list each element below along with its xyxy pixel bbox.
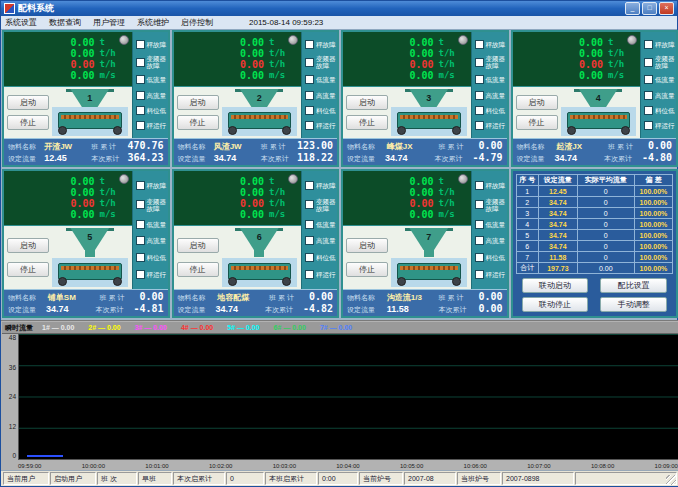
alarm-checkbox[interactable] xyxy=(475,106,484,115)
alarm-checkbox[interactable] xyxy=(136,121,145,130)
alarm-checkbox[interactable] xyxy=(644,91,653,100)
start-button[interactable]: 启动 xyxy=(516,95,558,110)
alarm-label: 料位低 xyxy=(655,107,675,114)
minimize-button[interactable]: _ xyxy=(625,2,640,15)
alarm-checkbox[interactable] xyxy=(136,40,145,49)
menu-item-2[interactable]: 用户管理 xyxy=(93,17,125,28)
alarm-checkbox[interactable] xyxy=(305,220,314,229)
start-button[interactable]: 启动 xyxy=(7,95,49,110)
alarm-checkbox[interactable] xyxy=(475,58,484,67)
display-value: 0.00 xyxy=(240,59,264,70)
menu-item-0[interactable]: 系统设置 xyxy=(5,17,37,28)
close-button[interactable]: × xyxy=(659,2,674,15)
alarm-checkbox[interactable] xyxy=(305,58,314,67)
alarm-checkbox[interactable] xyxy=(136,75,145,84)
menu-item-3[interactable]: 系统维护 xyxy=(137,17,169,28)
alarm-checkbox[interactable] xyxy=(136,200,145,209)
maximize-button[interactable]: □ xyxy=(642,2,657,15)
alarm-checkbox[interactable] xyxy=(475,121,484,130)
start-button[interactable]: 启动 xyxy=(177,238,219,253)
status-cell xyxy=(575,472,677,485)
alarm-row: 秤运行 xyxy=(475,270,506,279)
alarm-checkbox[interactable] xyxy=(305,236,314,245)
alarm-checkbox[interactable] xyxy=(305,200,314,209)
summary-cell: 1 xyxy=(516,186,539,197)
summary-table: 序 号设定流量实际平均流量偏 差112.450100.00%234.740100… xyxy=(516,174,674,274)
stop-button[interactable]: 停止 xyxy=(7,115,49,130)
summary-cell: 0 xyxy=(577,230,634,241)
alarm-checkbox[interactable] xyxy=(305,40,314,49)
machine-panel: 0.00t0.00t/h0.00t/h0.00m/s 启动 停止 2 xyxy=(172,30,340,167)
alarm-label: 料位低 xyxy=(486,107,506,114)
alarm-label: 秤故障 xyxy=(655,41,675,48)
alarm-checkbox[interactable] xyxy=(644,121,653,130)
machine-number: 1 xyxy=(50,93,130,103)
alarm-checkbox[interactable] xyxy=(305,75,314,84)
machine-panel: 0.00t0.00t/h0.00t/h0.00m/s 启动 停止 1 xyxy=(2,30,170,167)
display-line: 0.00t/h xyxy=(176,59,298,70)
summary-panel: 序 号设定流量实际平均流量偏 差112.450100.00%234.740100… xyxy=(511,169,678,318)
menu-item-1[interactable]: 数据查询 xyxy=(49,17,81,28)
display-unit: t/h xyxy=(439,187,465,198)
start-button[interactable]: 启动 xyxy=(346,95,388,110)
ratio-settings-button[interactable]: 配比设置 xyxy=(600,278,667,293)
manual-adjust-button[interactable]: 手动调整 xyxy=(600,297,667,312)
alarm-checkbox[interactable] xyxy=(644,106,653,115)
stop-button[interactable]: 停止 xyxy=(177,115,219,130)
stop-button[interactable]: 停止 xyxy=(516,115,558,130)
alarm-checkbox[interactable] xyxy=(305,253,314,262)
alarm-checkbox[interactable] xyxy=(136,58,145,67)
alarm-checkbox[interactable] xyxy=(644,58,653,67)
alarm-checkbox[interactable] xyxy=(305,270,314,279)
linked-stop-button[interactable]: 联动停止 xyxy=(522,297,589,312)
resize-grip[interactable] xyxy=(666,475,676,485)
alarm-checkbox[interactable] xyxy=(305,106,314,115)
alarm-checkbox[interactable] xyxy=(305,91,314,100)
machine-number: 3 xyxy=(389,93,469,103)
alarm-checkbox[interactable] xyxy=(475,200,484,209)
alarm-checkbox[interactable] xyxy=(136,270,145,279)
alarm-checkbox[interactable] xyxy=(475,220,484,229)
conveyor-icon xyxy=(228,263,292,280)
display-line: 0.00t/h xyxy=(6,59,128,70)
linked-start-button[interactable]: 联动启动 xyxy=(522,278,589,293)
stop-button[interactable]: 停止 xyxy=(177,262,219,277)
display-value: 0.00 xyxy=(579,48,603,59)
menu-item-4[interactable]: 启停控制 xyxy=(181,17,213,28)
alarm-checkbox[interactable] xyxy=(136,91,145,100)
display-line: 0.00t/h xyxy=(515,59,637,70)
start-button[interactable]: 启动 xyxy=(7,238,49,253)
stop-button[interactable]: 停止 xyxy=(7,262,49,277)
summary-cell: 12.45 xyxy=(539,186,578,197)
alarm-checkbox[interactable] xyxy=(644,40,653,49)
alarm-checkbox[interactable] xyxy=(475,236,484,245)
display-value: 0.00 xyxy=(409,59,433,70)
alarm-checkbox[interactable] xyxy=(475,91,484,100)
alarm-checkbox[interactable] xyxy=(136,181,145,190)
alarm-checkbox[interactable] xyxy=(475,270,484,279)
alarm-checkbox[interactable] xyxy=(475,181,484,190)
alarm-checkbox[interactable] xyxy=(475,40,484,49)
alarm-checkbox[interactable] xyxy=(305,181,314,190)
alarm-checkbox[interactable] xyxy=(305,121,314,130)
run-total-value: 364.23 xyxy=(127,152,163,163)
stop-button[interactable]: 停止 xyxy=(346,262,388,277)
alarm-checkbox[interactable] xyxy=(136,106,145,115)
control-area: 启动 停止 1 xyxy=(4,87,132,138)
display-line: 0.00t/h xyxy=(6,187,128,198)
alarm-checkbox[interactable] xyxy=(136,236,145,245)
alarm-row: 秤故障 xyxy=(475,181,506,190)
alarm-checkbox[interactable] xyxy=(475,75,484,84)
chart-title: 瞬时流量 xyxy=(5,323,33,333)
start-button[interactable]: 启动 xyxy=(177,95,219,110)
alarm-checkbox[interactable] xyxy=(475,253,484,262)
alarm-checkbox[interactable] xyxy=(644,75,653,84)
start-button[interactable]: 启动 xyxy=(346,238,388,253)
stop-button[interactable]: 停止 xyxy=(346,115,388,130)
panel-info-bar: 物料名称 铺单SM 班 累 计 0.00 设定流量 34.74 本次累计 -4.… xyxy=(4,289,168,316)
alarm-row: 低流量 xyxy=(136,220,167,229)
alarm-checkbox[interactable] xyxy=(136,253,145,262)
summary-cell: 100.00% xyxy=(634,263,672,274)
status-cell: 启动用户 xyxy=(50,472,96,485)
alarm-checkbox[interactable] xyxy=(136,220,145,229)
